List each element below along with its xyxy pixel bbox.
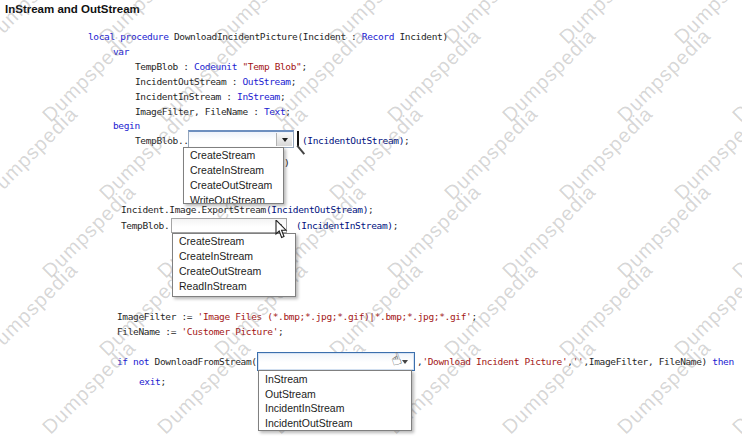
- watermark-text: Dumpspedia: [325, 258, 428, 361]
- watermark-text: Dumpspedia: [555, 0, 658, 49]
- watermark-text: Dumpspedia: [153, 336, 256, 436]
- watermark-text: Dumpspedia: [440, 258, 543, 361]
- dropdown-arrow-button[interactable]: [276, 133, 292, 146]
- dropdown-arrow-icon: [282, 138, 288, 142]
- watermark-text: Dumpspedia: [613, 336, 716, 436]
- code-token: 'Download Incident Picture': [422, 356, 567, 367]
- code-token: '': [573, 356, 584, 367]
- watermark-text: Dumpspedia: [440, 102, 543, 205]
- tempblob-method-combobox-1[interactable]: [188, 130, 294, 148]
- code-line-begin: begin: [113, 120, 140, 132]
- code-token: FileName :=: [117, 326, 181, 337]
- code-token: TempBlob :: [135, 61, 194, 72]
- dropdown-item[interactable]: CreateStream: [184, 149, 283, 164]
- code-token: ;: [301, 61, 306, 72]
- code-line-tempblob-decl: TempBlob : Codeunit "Temp Blob";: [135, 61, 307, 73]
- stream-arg-dropdown: InStream OutStream IncidentInStream Inci…: [258, 370, 412, 431]
- code-token: DownloadFromStream(: [155, 356, 257, 367]
- code-line-outstream-decl: IncidentOutStream : OutStream;: [135, 76, 296, 88]
- code-token: if not: [117, 356, 155, 367]
- code-token: local procedure: [88, 31, 174, 42]
- code-line-procedure: local procedure DownloadIncidentPicture(…: [88, 31, 448, 43]
- code-line-exportstream: Incident.Image.ExportStream(IncidentOutS…: [121, 204, 373, 216]
- watermark-text: Dumpspedia: [728, 180, 742, 283]
- watermark-text: Dumpspedia: [0, 258, 83, 361]
- dropdown-item[interactable]: WriteOutStream: [184, 194, 283, 204]
- code-token: var: [113, 46, 129, 57]
- tempblob-method-combobox-2[interactable]: [171, 218, 287, 233]
- code-line-tempblob-call-2-args: (IncidentInStream);: [296, 220, 398, 232]
- code-token: OutStream: [242, 76, 290, 87]
- code-token: (IncidentOutStream): [302, 135, 404, 146]
- code-token: Codeunit: [194, 61, 237, 72]
- dropdown-item[interactable]: InStream: [259, 372, 411, 387]
- watermark-text: Dumpspedia: [555, 102, 658, 205]
- code-line-var: var: [113, 46, 129, 58]
- code-line-text-decl: ImageFilter, FileName : Text;: [135, 106, 291, 118]
- code-token: ;: [404, 135, 409, 146]
- code-line-tempblob-call-1-args: (IncidentOutStream);: [302, 135, 409, 147]
- code-line-tempblob-call-2: TempBlob.: [121, 220, 169, 232]
- code-token: ;: [278, 326, 283, 337]
- code-token: ;: [393, 220, 398, 231]
- code-token: InStream: [237, 91, 280, 102]
- dropdown-item[interactable]: CreateOutStream: [173, 265, 295, 280]
- code-token: Record: [362, 31, 394, 42]
- watermark-text: Dumpspedia: [440, 0, 543, 49]
- watermark-text: Dumpspedia: [325, 102, 428, 205]
- watermark-text: Dumpspedia: [670, 0, 742, 49]
- watermark-text: Dumpspedia: [498, 336, 601, 436]
- watermark-text: Dumpspedia: [0, 102, 83, 205]
- code-token: Text: [264, 106, 285, 117]
- dropdown-item[interactable]: CreateOutStream: [184, 179, 283, 194]
- code-line-imagefilter: ImageFilter := 'Image Files (*.bmp;*.jpg…: [117, 311, 477, 323]
- code-token: TempBlob.: [121, 220, 169, 231]
- dropdown-item[interactable]: CreateInStream: [173, 250, 295, 265]
- watermark-text: Dumpspedia: [728, 336, 742, 436]
- code-token: ;: [471, 311, 476, 322]
- code-line-exit: exit;: [139, 376, 166, 388]
- code-line-filename: FileName := 'Customer Picture';: [117, 326, 283, 338]
- watermark-text: Dumpspedia: [383, 180, 486, 283]
- tempblob-method-dropdown-1: CreateStream CreateInStream CreateOutStr…: [183, 147, 284, 204]
- watermark-text: Dumpspedia: [498, 180, 601, 283]
- code-token: ;: [285, 106, 290, 117]
- watermark-text: Dumpspedia: [555, 258, 658, 361]
- code-token: ImageFilter, FileName :: [135, 106, 264, 117]
- code-token: Incident): [394, 31, 448, 42]
- code-token: 'Customer Picture': [181, 326, 278, 337]
- dropdown-item[interactable]: ReadInStream: [173, 280, 295, 295]
- code-line-if-download-args: ,'Download Incident Picture','',ImageFil…: [417, 356, 734, 368]
- code-token: exit: [139, 376, 160, 387]
- dropdown-item[interactable]: OutStream: [259, 387, 411, 402]
- watermark-text: Dumpspedia: [728, 24, 742, 127]
- watermark-text: Dumpspedia: [670, 258, 742, 361]
- watermark-text: Dumpspedia: [613, 24, 716, 127]
- code-token: TempBlob..: [135, 135, 189, 146]
- watermark-text: Dumpspedia: [498, 24, 601, 127]
- code-token: IncidentInStream :: [135, 91, 237, 102]
- code-token: ;: [291, 76, 296, 87]
- code-token: DownloadIncidentPicture(Incident :: [174, 31, 362, 42]
- dropdown-item[interactable]: IncidentInStream: [259, 401, 411, 416]
- code-token: ,ImageFilter, FileName): [583, 356, 712, 367]
- code-token: (IncidentOutStream): [266, 204, 368, 215]
- screenshot-root: DumpspediaDumpspediaDumpspediaDumpspedia…: [0, 0, 742, 436]
- page-title: InStream and OutStream: [5, 3, 140, 15]
- code-line-tempblob-call-1: TempBlob..: [135, 135, 189, 147]
- code-token: ImageFilter :=: [117, 311, 198, 322]
- watermark-text: Dumpspedia: [613, 180, 716, 283]
- dropdown-item[interactable]: IncidentOutStream: [259, 416, 411, 431]
- watermark-text: Dumpspedia: [670, 102, 742, 205]
- code-token: "Temp Blob": [237, 61, 301, 72]
- code-token: 'Image Files (*.bmp;*.jpg;*.gif)|*.bmp;*…: [198, 311, 472, 322]
- code-token: ;: [280, 91, 285, 102]
- code-token: begin: [113, 120, 140, 131]
- stray-paren-fragment: ): [284, 157, 290, 168]
- code-token: ;: [368, 204, 373, 215]
- code-line-instream-decl: IncidentInStream : InStream;: [135, 91, 285, 103]
- dropdown-item[interactable]: CreateInStream: [184, 164, 283, 179]
- code-token: IncidentOutStream :: [135, 76, 242, 87]
- watermark-text: Dumpspedia: [38, 336, 141, 436]
- code-line-if-download: if not DownloadFromStream(: [117, 356, 257, 368]
